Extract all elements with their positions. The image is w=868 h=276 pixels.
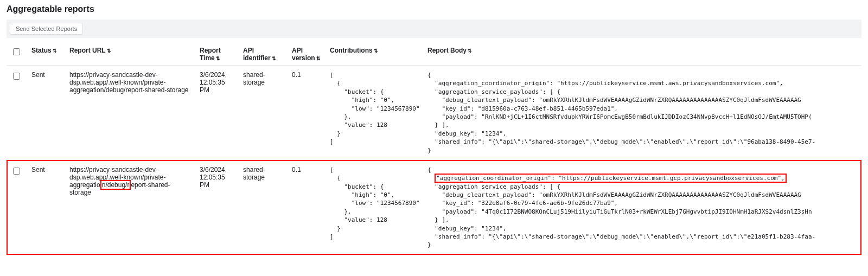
row-checkbox[interactable]: [13, 168, 20, 175]
cell-contributions: [ { "bucket": { "high": "0", "low": "123…: [326, 160, 423, 255]
header-report-url[interactable]: Report URL⇅: [65, 43, 195, 66]
highlight-box: n/debug/r: [100, 180, 131, 190]
cell-status: Sent: [27, 160, 65, 255]
highlight-box: "aggregation_coordinator_origin": "https…: [435, 174, 786, 183]
sort-icon: ⇅: [216, 56, 220, 61]
row-checkbox[interactable]: [13, 73, 20, 80]
send-selected-button[interactable]: Send Selected Reports: [10, 23, 83, 35]
cell-report-time: 3/6/2024, 12:05:35 PM: [195, 160, 239, 255]
header-api-identifier[interactable]: API identifier⇅: [239, 43, 288, 66]
cell-report-body: { "aggregation_coordinator_origin": "htt…: [423, 66, 861, 161]
cell-report-url: https://privacy-sandcastle-dev-dsp.web.a…: [65, 160, 195, 255]
header-report-time[interactable]: Report Time⇅: [195, 43, 239, 66]
cell-report-url: https://privacy-sandcastle-dev-dsp.web.a…: [65, 66, 195, 161]
table-header-row: Status⇅ Report URL⇅ Report Time⇅ API ide…: [7, 43, 861, 66]
page-title: Aggregatable reports: [7, 4, 861, 14]
toolbar: Send Selected Reports: [7, 20, 861, 38]
sort-icon: ⇅: [53, 48, 57, 54]
table-row: Sent https://privacy-sandcastle-dev-dsp.…: [7, 66, 861, 161]
cell-api-version: 0.1: [288, 160, 326, 255]
sort-icon: ⇅: [316, 56, 321, 61]
cell-status: Sent: [27, 66, 65, 161]
header-report-body[interactable]: Report Body⇅: [423, 43, 861, 66]
sort-icon: ⇅: [468, 48, 472, 54]
header-contributions[interactable]: Contributions⇅: [326, 43, 423, 66]
cell-api-identifier: shared-storage: [239, 160, 288, 255]
select-all-checkbox[interactable]: [13, 48, 20, 55]
sort-icon: ⇅: [374, 48, 378, 54]
cell-report-body: { "aggregation_coordinator_origin": "htt…: [423, 160, 861, 255]
cell-api-identifier: shared-storage: [239, 66, 288, 161]
sort-icon: ⇅: [107, 48, 111, 54]
cell-contributions: [ { "bucket": { "high": "0", "low": "123…: [326, 66, 423, 161]
reports-table: Status⇅ Report URL⇅ Report Time⇅ API ide…: [7, 43, 861, 255]
header-checkbox-cell: [7, 43, 27, 66]
table-row: Sent https://privacy-sandcastle-dev-dsp.…: [7, 160, 861, 255]
header-api-version[interactable]: API version⇅: [288, 43, 326, 66]
cell-report-time: 3/6/2024, 12:05:35 PM: [195, 66, 239, 161]
row-checkbox-cell: [7, 160, 27, 255]
sort-icon: ⇅: [272, 56, 276, 61]
cell-api-version: 0.1: [288, 66, 326, 161]
row-checkbox-cell: [7, 66, 27, 161]
header-status[interactable]: Status⇅: [27, 43, 65, 66]
